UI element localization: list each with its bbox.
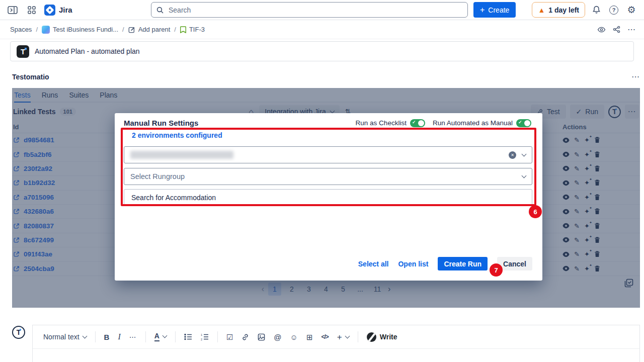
breadcrumb-space[interactable]: Test iBusiness Fundi...	[42, 26, 118, 34]
annotation-step-badge: 6	[529, 205, 542, 218]
plus-icon: +	[480, 6, 485, 14]
breadcrumb-add-parent[interactable]: Add parent	[128, 26, 171, 33]
search-icon	[156, 7, 164, 14]
insert-more-button[interactable]: +	[337, 333, 349, 341]
breadcrumb-separator: /	[36, 26, 38, 33]
testomatio-avatar-icon: T	[12, 326, 25, 339]
rungroup-select[interactable]: Select Rungroup	[124, 168, 532, 185]
manual-run-settings-modal: Manual Run Settings Run as Checklist Run…	[115, 113, 542, 281]
editor-toolbar: Normal text B I ⋯ A 12 ☑ @ ☺ ⊞ </> + Wri…	[33, 325, 639, 349]
plus-icon: +	[337, 333, 342, 341]
breadcrumb-separator: /	[174, 26, 176, 33]
notifications-bell-icon[interactable]	[590, 4, 603, 17]
top-nav: Jira + Create ▲ 1 day left ? ⚙	[0, 0, 644, 20]
annotation-step-badge: 7	[490, 263, 503, 277]
task-checkbox-icon[interactable]: ☑	[226, 333, 233, 341]
bold-button[interactable]: B	[104, 333, 110, 341]
select-all-link[interactable]: Select all	[358, 260, 389, 268]
edit-icon	[128, 26, 135, 33]
environment-select[interactable]: ✕	[124, 146, 532, 163]
open-list-link[interactable]: Open list	[398, 260, 428, 268]
chevron-down-icon	[522, 173, 527, 178]
editor-content-area[interactable]	[33, 349, 639, 362]
toolbar-divider	[95, 331, 96, 342]
bullet-list-icon[interactable]	[184, 333, 192, 340]
toggle-checklist-label: Run as Checklist	[356, 119, 407, 127]
toolbar-divider	[175, 331, 176, 342]
more-actions-icon[interactable]: ⋯	[627, 26, 636, 34]
chevron-down-icon	[345, 333, 350, 338]
bookmark-icon	[180, 26, 186, 33]
breadcrumb: Spaces / Test iBusiness Fundi... / Add p…	[0, 20, 644, 39]
settings-gear-icon[interactable]: ⚙	[625, 4, 638, 17]
space-avatar	[42, 26, 50, 34]
test-search-input[interactable]	[130, 193, 526, 202]
testomatio-logo-icon: T	[17, 45, 29, 58]
warning-icon: ▲	[538, 7, 545, 14]
link-icon[interactable]	[242, 333, 249, 341]
app-name: Jira	[59, 6, 72, 14]
watch-eye-icon[interactable]	[597, 26, 606, 33]
toolbar-divider	[145, 331, 146, 342]
testomatio-widget: Tests Runs Suites Plans Linked Tests 101…	[12, 88, 640, 308]
chevron-down-icon	[82, 333, 87, 338]
svg-text:2: 2	[201, 338, 202, 341]
text-color-button[interactable]: A	[154, 332, 167, 341]
svg-text:1: 1	[201, 333, 202, 336]
sidebar-toggle-icon[interactable]	[6, 4, 19, 17]
create-button[interactable]: + Create	[473, 2, 516, 18]
create-run-button[interactable]: Create Run	[438, 257, 488, 270]
comment-editor[interactable]: Normal text B I ⋯ A 12 ☑ @ ☺ ⊞ </> + Wri…	[32, 325, 640, 362]
emoji-icon[interactable]: ☺	[290, 333, 298, 341]
code-icon[interactable]: </>	[321, 333, 328, 340]
global-search[interactable]	[151, 2, 468, 18]
plan-title: Automated Plan - automated plan	[35, 47, 140, 55]
toolbar-divider	[358, 331, 358, 342]
test-search-field[interactable]	[124, 189, 532, 206]
run-automated-as-manual-toggle[interactable]	[516, 119, 531, 127]
ai-write-logo-icon	[367, 332, 376, 342]
chevron-down-icon	[522, 151, 527, 156]
automated-plan-card[interactable]: T Automated Plan - automated plan	[10, 41, 634, 61]
environments-link[interactable]: 2 environments configured	[132, 131, 222, 139]
table-icon[interactable]: ⊞	[306, 333, 313, 341]
chevron-down-icon	[162, 333, 167, 338]
redacted-environment-value	[130, 151, 233, 159]
widget-heading: Testomatio	[12, 73, 49, 81]
rungroup-placeholder: Select Rungroup	[130, 172, 185, 180]
text-style-select[interactable]: Normal text	[43, 333, 87, 341]
jira-logo-icon	[44, 5, 55, 16]
breadcrumb-spaces[interactable]: Spaces	[10, 26, 32, 33]
ai-write-button[interactable]: Write	[367, 332, 397, 342]
italic-button[interactable]: I	[118, 332, 120, 341]
share-icon[interactable]	[613, 26, 620, 33]
help-icon[interactable]: ?	[607, 4, 620, 17]
numbered-list-icon[interactable]: 12	[201, 333, 209, 340]
breadcrumb-issue[interactable]: TIF-3	[180, 26, 205, 33]
app-switcher-icon[interactable]	[25, 4, 38, 17]
modal-title: Manual Run Settings	[124, 119, 198, 127]
more-formatting-icon[interactable]: ⋯	[129, 333, 137, 340]
search-input[interactable]	[168, 6, 462, 15]
image-icon[interactable]	[258, 333, 265, 341]
toolbar-divider	[217, 331, 218, 342]
clear-icon[interactable]: ✕	[509, 151, 516, 159]
trial-countdown-badge[interactable]: ▲ 1 day left	[532, 2, 585, 18]
breadcrumb-separator: /	[122, 26, 124, 33]
jira-brand[interactable]: Jira	[44, 5, 72, 16]
toggle-automated-label: Run Automated as Manual	[433, 119, 513, 127]
widget-more-icon[interactable]: ⋯	[631, 73, 640, 81]
mention-icon[interactable]: @	[274, 333, 281, 341]
run-as-checklist-toggle[interactable]	[410, 119, 425, 127]
